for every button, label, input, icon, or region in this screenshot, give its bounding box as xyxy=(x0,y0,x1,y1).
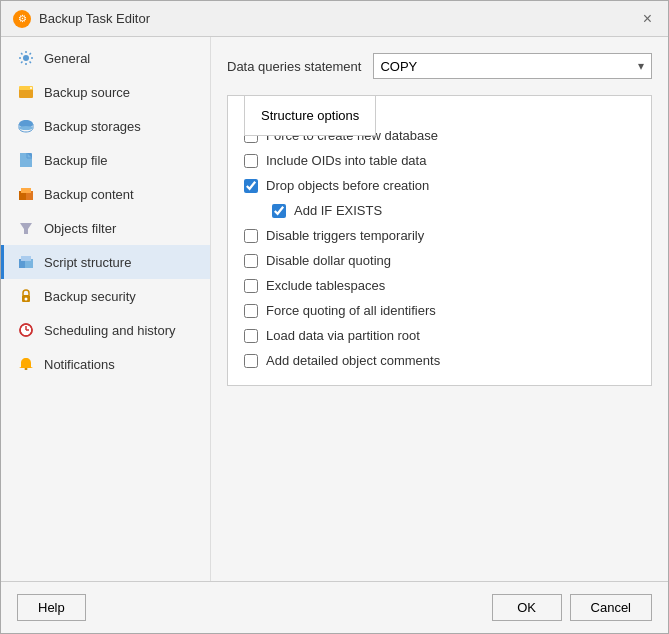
sidebar-label-backup-security: Backup security xyxy=(44,289,136,304)
data-queries-select-wrapper: COPY INSERT xyxy=(373,53,652,79)
add-if-exists-checkbox[interactable] xyxy=(272,204,286,218)
disable-dollar-checkbox[interactable] xyxy=(244,254,258,268)
checkbox-row-disable-triggers: Disable triggers temporarily xyxy=(244,223,635,248)
backup-security-icon xyxy=(16,286,36,306)
sidebar-label-script-structure: Script structure xyxy=(44,255,131,270)
ok-button[interactable]: OK xyxy=(492,594,562,621)
sidebar-item-script-structure[interactable]: Script structure xyxy=(1,245,210,279)
svg-point-4 xyxy=(19,126,33,130)
sidebar-label-backup-content: Backup content xyxy=(44,187,134,202)
load-data-partition-label[interactable]: Load data via partition root xyxy=(266,328,420,343)
sidebar-item-backup-source[interactable]: Backup source xyxy=(1,75,210,109)
sidebar-label-notifications: Notifications xyxy=(44,357,115,372)
sidebar-item-general[interactable]: General xyxy=(1,41,210,75)
objects-filter-icon xyxy=(16,218,36,238)
cancel-button[interactable]: Cancel xyxy=(570,594,652,621)
data-queries-row: Data queries statement COPY INSERT xyxy=(227,53,652,79)
notifications-icon xyxy=(16,354,36,374)
add-detailed-checkbox[interactable] xyxy=(244,354,258,368)
load-data-partition-checkbox[interactable] xyxy=(244,329,258,343)
checkbox-row-add-if-exists: Add IF EXISTS xyxy=(244,198,635,223)
drop-objects-label[interactable]: Drop objects before creation xyxy=(266,178,429,193)
checkbox-row-exclude-tablespaces: Exclude tablespaces xyxy=(244,273,635,298)
sidebar-label-backup-storages: Backup storages xyxy=(44,119,141,134)
backup-storages-icon xyxy=(16,116,36,136)
title-bar: ⚙ Backup Task Editor × xyxy=(1,1,668,37)
data-queries-select[interactable]: COPY INSERT xyxy=(373,53,652,79)
general-icon xyxy=(16,48,36,68)
exclude-tablespaces-checkbox[interactable] xyxy=(244,279,258,293)
sidebar-item-scheduling[interactable]: Scheduling and history xyxy=(1,313,210,347)
title-bar-left: ⚙ Backup Task Editor xyxy=(13,10,150,28)
force-quoting-checkbox[interactable] xyxy=(244,304,258,318)
checkbox-row-add-detailed: Add detailed object comments xyxy=(244,348,635,373)
script-structure-icon xyxy=(16,252,36,272)
sidebar-item-backup-storages[interactable]: Backup storages xyxy=(1,109,210,143)
footer: Help OK Cancel xyxy=(1,581,668,633)
checkbox-row-disable-dollar: Disable dollar quoting xyxy=(244,248,635,273)
backup-file-icon xyxy=(16,150,36,170)
include-oids-checkbox[interactable] xyxy=(244,154,258,168)
help-button[interactable]: Help xyxy=(17,594,86,621)
data-queries-label: Data queries statement xyxy=(227,59,361,74)
main-content: General Backup source Backup storages Ba… xyxy=(1,37,668,581)
checkbox-row-include-oids: Include OIDs into table data xyxy=(244,148,635,173)
sidebar-label-backup-source: Backup source xyxy=(44,85,130,100)
svg-point-14 xyxy=(25,298,28,301)
disable-triggers-checkbox[interactable] xyxy=(244,229,258,243)
drop-objects-checkbox[interactable] xyxy=(244,179,258,193)
sidebar-item-backup-content[interactable]: Backup content xyxy=(1,177,210,211)
sidebar-item-backup-security[interactable]: Backup security xyxy=(1,279,210,313)
sidebar-item-notifications[interactable]: Notifications xyxy=(1,347,210,381)
checkbox-row-force-quoting: Force quoting of all identifiers xyxy=(244,298,635,323)
checkbox-row-drop-objects: Drop objects before creation xyxy=(244,173,635,198)
force-quoting-label[interactable]: Force quoting of all identifiers xyxy=(266,303,436,318)
svg-rect-12 xyxy=(21,256,31,261)
right-panel: Data queries statement COPY INSERT Struc… xyxy=(211,37,668,581)
backup-content-icon xyxy=(16,184,36,204)
dialog-icon: ⚙ xyxy=(13,10,31,28)
add-if-exists-label[interactable]: Add IF EXISTS xyxy=(294,203,382,218)
disable-triggers-label[interactable]: Disable triggers temporarily xyxy=(266,228,424,243)
sidebar-item-backup-file[interactable]: Backup file xyxy=(1,143,210,177)
svg-marker-9 xyxy=(20,223,32,234)
sidebar: General Backup source Backup storages Ba… xyxy=(1,37,211,581)
dialog-title: Backup Task Editor xyxy=(39,11,150,26)
backup-source-icon xyxy=(16,82,36,102)
footer-right: OK Cancel xyxy=(492,594,652,621)
svg-point-0 xyxy=(23,55,29,61)
exclude-tablespaces-label[interactable]: Exclude tablespaces xyxy=(266,278,385,293)
sidebar-label-objects-filter: Objects filter xyxy=(44,221,116,236)
structure-options-group: Structure options Force to create new da… xyxy=(227,95,652,386)
add-detailed-label[interactable]: Add detailed object comments xyxy=(266,353,440,368)
backup-task-editor-dialog: ⚙ Backup Task Editor × General Backup so… xyxy=(0,0,669,634)
svg-rect-8 xyxy=(21,188,31,193)
sidebar-label-backup-file: Backup file xyxy=(44,153,108,168)
svg-rect-19 xyxy=(25,368,28,370)
scheduling-icon xyxy=(16,320,36,340)
svg-point-3 xyxy=(30,87,32,89)
include-oids-label[interactable]: Include OIDs into table data xyxy=(266,153,426,168)
checkbox-row-load-data: Load data via partition root xyxy=(244,323,635,348)
disable-dollar-label[interactable]: Disable dollar quoting xyxy=(266,253,391,268)
close-button[interactable]: × xyxy=(639,11,656,27)
sidebar-label-general: General xyxy=(44,51,90,66)
sidebar-label-scheduling: Scheduling and history xyxy=(44,323,176,338)
structure-group-legend: Structure options xyxy=(244,95,376,136)
sidebar-item-objects-filter[interactable]: Objects filter xyxy=(1,211,210,245)
